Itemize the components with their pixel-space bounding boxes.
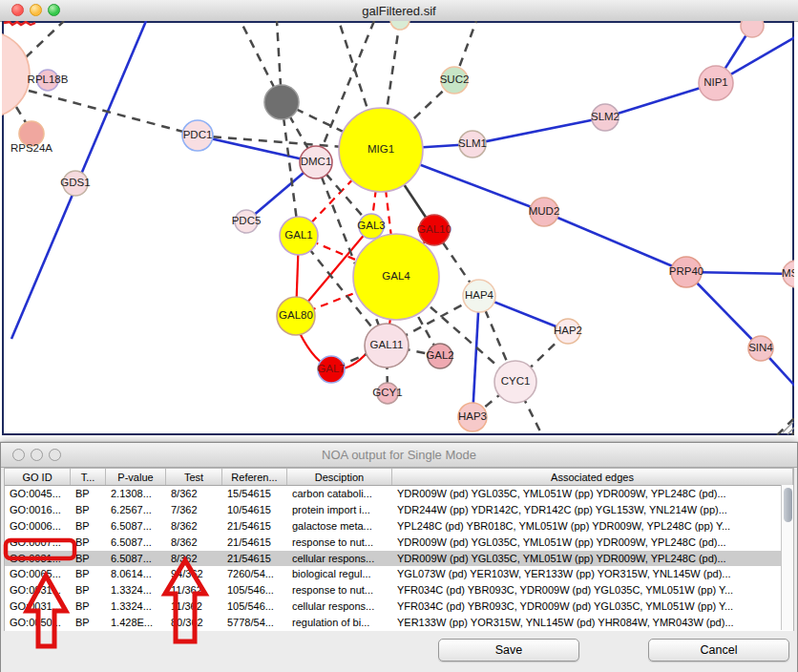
table-cell[interactable]: 6.2567... xyxy=(106,502,166,518)
table-cell[interactable]: YFR034C (pd) YBR093C, YDR009W (pd) YGL03… xyxy=(392,582,793,598)
table-cell[interactable]: YDR009W (pd) YGL035C, YML051W (pp) YDR00… xyxy=(392,486,793,502)
column-header-desciption[interactable]: Desciption xyxy=(287,469,392,485)
table-cell[interactable]: cellular respons... xyxy=(287,551,392,567)
table-cell[interactable]: 11/362 xyxy=(166,582,222,598)
table-cell[interactable]: 7/362 xyxy=(166,502,222,518)
table-cell[interactable]: 21/54615 xyxy=(222,551,287,567)
minimize-button[interactable] xyxy=(30,4,42,16)
table-row[interactable]: GO:0007...BP6.5087...8/36221/54615respon… xyxy=(5,535,793,551)
table-cell[interactable]: GO:0065... xyxy=(5,566,71,582)
table-cell[interactable]: 6.5087... xyxy=(106,518,166,535)
network-edge[interactable] xyxy=(282,102,299,236)
table-cell[interactable]: 105/546... xyxy=(222,598,287,615)
table-row-selected[interactable]: GO:0031...BP6.5087...8/36221/54615cellul… xyxy=(5,551,793,567)
table-cell[interactable]: 1.428E... xyxy=(106,615,166,631)
cancel-button[interactable]: Cancel xyxy=(648,639,789,662)
minimize-button-inactive[interactable] xyxy=(31,449,43,461)
network-edge[interactable] xyxy=(26,21,64,57)
noa-window-titlebar[interactable]: NOA output for Single Mode xyxy=(1,443,797,468)
table-cell[interactable]: 21/54615 xyxy=(222,518,287,535)
network-edge[interactable] xyxy=(544,212,686,272)
table-row[interactable]: GO:0065...BP8.0614...94/3627260/54...bio… xyxy=(5,566,793,582)
table-cell[interactable]: BP xyxy=(71,502,106,518)
table-cell[interactable]: 5778/54... xyxy=(222,615,287,631)
table-cell[interactable]: carbon cataboli... xyxy=(287,486,392,502)
table-cell[interactable]: 6.5087... xyxy=(106,551,166,567)
table-cell[interactable]: response to nut... xyxy=(287,535,392,551)
table-cell[interactable]: 8.0614... xyxy=(106,566,166,582)
network-node-gray-node[interactable] xyxy=(264,85,299,119)
table-cell[interactable]: YPL248C (pd) YBR018C, YML051W (pp) YDR00… xyxy=(392,518,793,535)
network-svg[interactable]: RPL18BRPS24AGDS1PDC1DMC1MIG1SUC2SLM1SLM2… xyxy=(2,21,794,435)
table-cell[interactable]: BP xyxy=(71,566,106,582)
table-cell[interactable]: 94/362 xyxy=(166,566,222,582)
table-row[interactable]: GO:0016...BP6.2567...7/36210/54615protei… xyxy=(5,502,793,518)
table-cell[interactable]: biological regul... xyxy=(287,566,392,582)
table-cell[interactable]: regulation of bi... xyxy=(287,615,392,631)
close-button-inactive[interactable] xyxy=(12,449,25,461)
table-cell[interactable]: BP xyxy=(71,582,106,598)
table-cell[interactable]: GO:0031... xyxy=(5,582,71,598)
table-row[interactable]: GO:0031...BP1.3324...11/362105/546...cel… xyxy=(5,598,793,615)
table-row[interactable]: GO:0045...BP2.1308...8/36215/54615carbon… xyxy=(5,486,793,502)
network-edge[interactable] xyxy=(198,136,316,162)
table-cell[interactable]: YDR009W (pd) YGL035C, YML051W (pp) YDR00… xyxy=(392,551,793,567)
table-cell[interactable]: YGL073W (pd) YER103W, YER133W (pp) YOR31… xyxy=(392,566,793,582)
table-cell[interactable]: 11/362 xyxy=(166,598,222,615)
table-cell[interactable]: GO:0050... xyxy=(5,615,71,631)
table-cell[interactable]: GO:0006... xyxy=(5,518,71,535)
table-row[interactable]: GO:0050...BP1.428E...80/3625778/54...reg… xyxy=(5,615,793,631)
table-cell[interactable]: GO:0016... xyxy=(5,502,71,518)
table-cell[interactable]: protein import i... xyxy=(287,502,392,518)
table-cell[interactable]: 8/362 xyxy=(166,551,222,567)
zoom-button[interactable] xyxy=(48,4,60,16)
network-edge[interactable] xyxy=(16,107,27,124)
table-cell[interactable]: 80/362 xyxy=(166,615,222,631)
table-cell[interactable]: 8/362 xyxy=(166,535,222,551)
column-header-associated-edges[interactable]: Associated edges xyxy=(392,469,793,485)
network-node-top-green[interactable] xyxy=(390,21,410,30)
table-cell[interactable]: 8/362 xyxy=(166,518,222,535)
scrollbar-thumb[interactable] xyxy=(784,488,792,522)
table-cell[interactable]: 1.3324... xyxy=(106,598,166,615)
column-header-p-value[interactable]: P-value xyxy=(106,469,166,485)
table-cell[interactable]: GO:0031... xyxy=(5,598,71,615)
table-cell[interactable]: 1.3324... xyxy=(106,582,166,598)
network-canvas[interactable]: RPL18BRPS24AGDS1PDC1DMC1MIG1SUC2SLM1SLM2… xyxy=(2,21,794,435)
table-cell[interactable]: BP xyxy=(71,598,106,615)
column-header-go-id[interactable]: GO ID xyxy=(5,469,71,485)
table-cell[interactable]: YDR244W (pp) YDR142C, YDR142C (pp) YGL15… xyxy=(392,502,793,518)
table-cell[interactable]: YER133W (pp) YOR315W, YNL145W (pd) YHR08… xyxy=(392,615,793,631)
table-cell[interactable]: 7260/54... xyxy=(222,566,287,582)
table-cell[interactable]: YDR009W (pd) YGL035C, YML051W (pp) YDR00… xyxy=(392,535,793,551)
table-cell[interactable]: 6.5087... xyxy=(106,535,166,551)
vertical-scrollbar[interactable] xyxy=(781,485,793,630)
table-cell[interactable]: 105/546... xyxy=(222,582,287,598)
network-node-top-pink[interactable] xyxy=(741,21,764,37)
close-button[interactable] xyxy=(11,4,24,16)
table-cell[interactable]: galactose meta... xyxy=(287,518,392,535)
network-edge[interactable] xyxy=(472,117,605,144)
table-row[interactable]: GO:0006...BP6.5087...8/36221/54615galact… xyxy=(5,518,793,535)
table-cell[interactable]: YFR034C (pd) YBR093C, YDR009W (pd) YGL03… xyxy=(392,598,793,615)
zoom-button-inactive[interactable] xyxy=(49,449,61,461)
table-cell[interactable]: cellular respons... xyxy=(287,598,392,615)
save-button[interactable]: Save xyxy=(438,639,579,662)
table-cell[interactable]: response to nut... xyxy=(287,582,392,598)
network-node-big-left[interactable] xyxy=(2,32,30,117)
table-cell[interactable]: GO:0045... xyxy=(5,486,71,502)
column-header-test[interactable]: Test xyxy=(166,469,222,485)
table-cell[interactable]: BP xyxy=(71,535,106,551)
table-cell[interactable]: BP xyxy=(71,615,106,631)
table-cell[interactable]: BP xyxy=(71,486,106,502)
table-cell[interactable]: BP xyxy=(71,518,106,535)
table-cell[interactable]: 15/54615 xyxy=(222,486,287,502)
table-cell[interactable]: BP xyxy=(71,551,106,567)
graph-window-titlebar[interactable]: galFiltered.sif xyxy=(0,0,798,22)
table-cell[interactable]: GO:0007... xyxy=(5,535,71,551)
table-cell[interactable]: 21/54615 xyxy=(222,535,287,551)
table-cell[interactable]: 8/362 xyxy=(166,486,222,502)
table-cell[interactable]: GO:0031... xyxy=(5,551,71,567)
column-header-t---[interactable]: T... xyxy=(71,469,106,485)
network-edge[interactable] xyxy=(472,296,479,417)
